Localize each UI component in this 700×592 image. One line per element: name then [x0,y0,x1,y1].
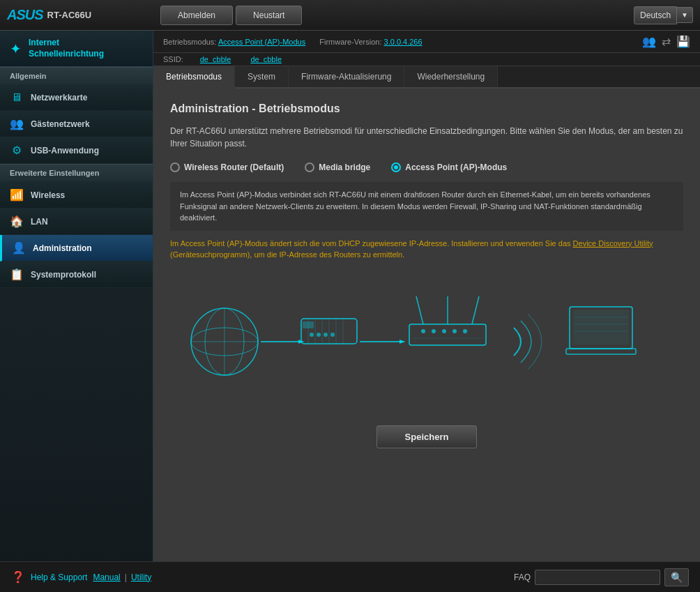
svg-point-16 [324,333,328,337]
svg-point-26 [442,329,446,333]
info-bar: Betriebsmodus: Access Point (AP)-Modus F… [153,31,700,53]
svg-point-27 [452,329,457,333]
save-btn-area: Speichern [170,425,683,448]
sidebar-item-netzwerkkarte[interactable]: 🖥 Netzwerkkarte [0,85,153,111]
lan-icon: 🏠 [10,215,24,228]
faq-search-button[interactable]: 🔍 [664,568,689,586]
svg-line-21 [416,296,423,324]
sidebar-item-wireless[interactable]: 📶 Wireless [0,182,153,208]
radio-label-2: Media bridge [319,162,370,172]
svg-point-14 [310,333,314,337]
sidebar: ✦ InternetSchnelleinrichtung Allgemein 🖥… [0,31,153,561]
storage-icon[interactable]: 💾 [676,35,690,48]
link-separator: | [125,572,127,582]
save-button[interactable]: Speichern [376,425,478,448]
restart-button[interactable]: Neustart [236,6,302,25]
sidebar-section-erweitert: Erweiterte Einstellungen [0,164,153,182]
firmware-label: Firmware-Version: [319,38,381,46]
sidebar-item-usb-label: USB-Anwendung [31,146,99,155]
quick-setup-label: InternetSchnelleinrichtung [29,38,104,59]
faq-label: FAQ [514,572,531,582]
svg-line-23 [472,296,479,324]
svg-point-15 [317,333,321,337]
radio-circle-1 [170,162,180,172]
radio-circle-3 [391,162,401,172]
utility-link[interactable]: Utility [131,572,151,582]
mode-label: Betriebsmodus: [163,38,216,46]
warning-text-before: Im Access Point (AP)-Modus ändert sich d… [170,239,573,248]
sidebar-item-administration[interactable]: 👤 Administration [0,235,153,261]
sidebar-item-gaestenetzwerk[interactable]: 👥 Gästenetzwerk [0,111,153,137]
language-label[interactable]: Deutsch [634,6,677,24]
mode-value-link[interactable]: Access Point (AP)-Modus [218,38,305,46]
sidebar-section-allgemein: Allgemein [0,67,153,85]
ssid-value1-link[interactable]: de_cbble [200,55,231,63]
sidebar-item-systemprotokoll[interactable]: 📋 Systemprotokoll [0,261,153,288]
sidebar-item-administration-label: Administration [33,243,92,253]
radio-circle-2 [305,162,314,172]
sidebar-item-usb[interactable]: ⚙ USB-Anwendung [0,137,153,164]
warning-text-after: (Gerätesuchprogramm), um die IP-Adresse … [170,250,404,259]
radio-media-bridge[interactable]: Media bridge [305,162,370,172]
language-selector[interactable]: Deutsch ▼ [634,6,693,24]
netzwerkkarte-icon: 🖥 [10,91,24,104]
faq-area: FAQ 🔍 [514,568,689,586]
tab-system[interactable]: System [235,66,289,87]
users-icon[interactable]: 👥 [642,35,656,48]
firmware-info: Firmware-Version: 3.0.0.4.266 [319,38,422,46]
mode-info: Betriebsmodus: Access Point (AP)-Modus [163,38,305,46]
help-support-link[interactable]: Help & Support [31,572,87,582]
diagram-area [170,272,683,411]
usb-status-icon[interactable]: ⇄ [662,35,671,48]
svg-point-28 [463,329,467,333]
tab-betriebsmodus[interactable]: Betriebsmodus [153,66,235,89]
svg-point-17 [330,333,335,337]
page-description: Der RT-AC66U unterstützt mehrere Betrieb… [170,125,683,150]
bottom-bar: ❓ Help & Support Manual | Utility FAQ 🔍 [0,561,700,592]
sidebar-item-gaestenetzwerk-label: Gästenetzwerk [31,119,90,129]
top-nav: Abmelden Neustart [153,6,634,25]
help-icon: ❓ [11,570,25,584]
radio-label-1: Wireless Router (Default) [184,162,284,172]
bottom-links: Manual | Utility [93,572,151,582]
logout-button[interactable]: Abmelden [160,6,233,25]
radio-options: Wireless Router (Default) Media bridge A… [170,162,683,172]
main-layout: ✦ InternetSchnelleinrichtung Allgemein 🖥… [0,31,700,561]
info-icons: 👥 ⇄ 💾 [642,35,690,48]
faq-search-input[interactable] [535,570,660,585]
tabs: Betriebsmodus System Firmware-Aktualisie… [153,66,700,89]
svg-rect-20 [409,324,486,345]
sidebar-item-lan[interactable]: 🏠 LAN [0,208,153,235]
device-discovery-link[interactable]: Device Discovery Utility [573,239,653,248]
sidebar-item-quick-setup[interactable]: ✦ InternetSchnelleinrichtung [0,31,153,67]
firmware-value-link[interactable]: 3.0.0.4.266 [384,38,423,46]
ssid-value2-link[interactable]: de_cbble [250,55,282,63]
sidebar-item-lan-label: LAN [31,217,48,227]
sidebar-item-systemprotokoll-label: Systemprotokoll [31,270,96,280]
page-content: Administration - Betriebsmodus Der RT-AC… [153,89,700,561]
svg-point-25 [432,329,436,333]
wireless-icon: 📶 [10,188,24,202]
gaestenetzwerk-icon: 👥 [10,117,24,130]
radio-access-point[interactable]: Access Point (AP)-Modus [391,162,507,172]
svg-rect-18 [303,321,314,328]
quick-setup-icon: ✦ [10,40,22,57]
mode-description: Im Access Point (AP)-Modus verbindet sic… [170,182,683,231]
network-diagram [190,286,664,397]
top-bar: ASUS RT-AC66U Abmelden Neustart Deutsch … [0,0,700,31]
logo-model: RT-AC66U [47,10,92,20]
logo-asus: ASUS [7,7,43,23]
sidebar-item-netzwerkkarte-label: Netzwerkkarte [31,93,87,103]
tab-wiederherstellung[interactable]: Wiederherstellung [404,66,498,87]
ssid-bar: SSID: de_cbble de_cbble [153,53,700,66]
radio-label-3: Access Point (AP)-Modus [405,162,507,172]
ssid-label: SSID: [163,55,183,63]
language-dropdown-arrow[interactable]: ▼ [677,7,693,23]
logo-area: ASUS RT-AC66U [0,7,153,23]
page-title: Administration - Betriebsmodus [170,103,683,115]
manual-link[interactable]: Manual [93,572,120,582]
tab-firmware[interactable]: Firmware-Aktualisierung [289,66,404,87]
warning-text: Im Access Point (AP)-Modus ändert sich d… [170,238,683,261]
content-area: Betriebsmodus: Access Point (AP)-Modus F… [153,31,700,561]
radio-wireless-router[interactable]: Wireless Router (Default) [170,162,284,172]
